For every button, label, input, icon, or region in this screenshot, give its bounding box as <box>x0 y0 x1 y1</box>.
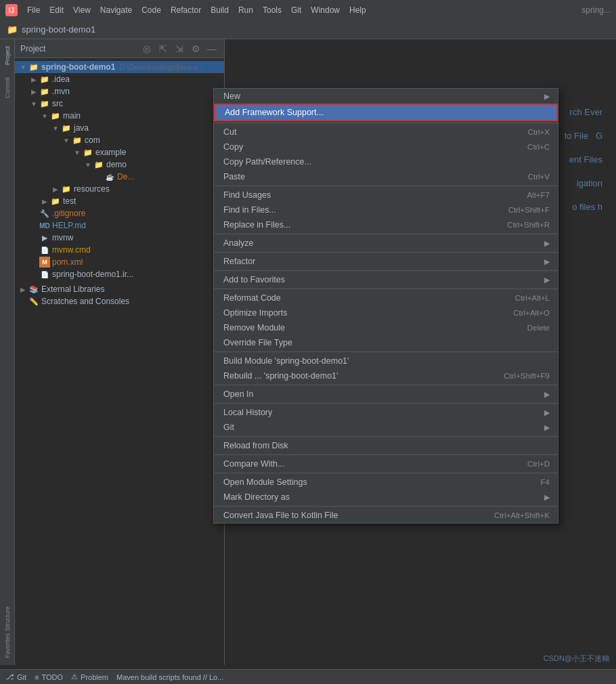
ctx-label: Local History <box>223 408 539 417</box>
ctx-label: Analyze <box>223 238 539 248</box>
ctx-label: Copy <box>223 142 514 152</box>
panel-btn-minimize[interactable]: — <box>205 42 219 56</box>
ctx-item-find-usages[interactable]: Find UsagesAlt+F7 <box>214 188 558 202</box>
panel-btn-settings[interactable]: ⚙ <box>189 42 202 56</box>
ctx-shortcut: Ctrl+C <box>527 143 550 151</box>
tree-item[interactable]: 📄 mvnw.cmd <box>15 244 224 256</box>
menu-item-file[interactable]: File <box>23 4 44 16</box>
tree-item[interactable]: ▼ 📁 example <box>15 146 224 158</box>
menu-item-refactor[interactable]: Refactor <box>167 4 205 16</box>
menu-item-view[interactable]: View <box>69 4 95 16</box>
ctx-item-find-in-files[interactable]: Find in Files...Ctrl+Shift+F <box>214 202 558 217</box>
sidebar-tab-favorites[interactable]: Favorites <box>1 633 14 660</box>
ctx-item-open-in[interactable]: Open In▶ <box>214 387 558 402</box>
item-label: main <box>63 111 81 121</box>
panel-btn-expand[interactable]: ⇲ <box>173 42 186 56</box>
ctx-shortcut: Ctrl+X <box>528 128 550 136</box>
menu-item-build[interactable]: Build <box>206 4 233 16</box>
file-icon: 📄 <box>39 269 50 280</box>
folder-icon: 📁 <box>72 135 83 146</box>
status-problem[interactable]: ⚠ Problem <box>71 672 108 681</box>
ctx-item-mark-directory-as[interactable]: Mark Directory as▶ <box>214 490 558 505</box>
item-label: .idea <box>52 74 70 84</box>
tree-item[interactable]: ▶ 📁 resources <box>15 183 224 195</box>
ctx-item-remove-module[interactable]: Remove ModuleDelete <box>214 320 558 335</box>
item-label: Scratches and Consoles <box>41 297 129 306</box>
folder-icon: 📁 <box>50 196 61 207</box>
ctx-shortcut: Ctrl+Shift+R <box>507 221 550 229</box>
project-panel: Project ◎ ⇱ ⇲ ⚙ — ▼ 📁 spring-boot-demo1 … <box>15 39 225 665</box>
file-icon: 📄 <box>39 244 50 255</box>
panel-btn-target[interactable]: ◎ <box>140 42 154 56</box>
sidebar-tab-structure[interactable]: Structure <box>1 605 14 633</box>
tree-item[interactable]: MD HELP.md <box>15 219 224 232</box>
ctx-item-copy-path[interactable]: Copy Path/Reference... <box>214 154 558 169</box>
panel-btn-collapse[interactable]: ⇱ <box>156 42 170 56</box>
tree-item[interactable]: M pom.xml <box>15 256 224 268</box>
ctx-item-paste[interactable]: PasteCtrl+V <box>214 169 558 184</box>
tree-item[interactable]: ▼ 📁 com <box>15 134 224 146</box>
ctx-item-refactor[interactable]: Refactor▶ <box>214 254 558 269</box>
tree-item[interactable]: ▼ 📁 main <box>15 110 224 122</box>
item-arrow: ▶ <box>28 86 39 97</box>
tree-item[interactable]: 🔧 .gitignore <box>15 207 224 219</box>
sidebar-tab-commit[interactable]: Commit <box>1 74 14 102</box>
ctx-item-rebuild-module[interactable]: Rebuild ... 'spring-boot-demo1'Ctrl+Shif… <box>214 368 558 383</box>
tree-item[interactable]: ▶ 📁 .idea <box>15 73 224 85</box>
context-menu: New▶Add Framework Support...CutCtrl+XCop… <box>213 88 558 523</box>
ctx-label: Override File Type <box>223 338 550 347</box>
ctx-item-analyze[interactable]: Analyze▶ <box>214 236 558 251</box>
tree-item[interactable]: ▼ 📁 java <box>15 122 224 134</box>
item-label: example <box>95 148 126 157</box>
ctx-item-build-module[interactable]: Build Module 'spring-boot-demo1' <box>214 354 558 368</box>
sidebar-tab-project[interactable]: Project <box>1 42 14 69</box>
item-arrow <box>28 208 39 219</box>
tree-item[interactable]: ▶ mvnw <box>15 232 224 244</box>
item-arrow <box>28 257 39 268</box>
ctx-item-convert-java-to-kotlin[interactable]: Convert Java File to Kotlin FileCtrl+Alt… <box>214 508 558 523</box>
ctx-separator <box>214 436 558 437</box>
ctx-item-optimize-imports[interactable]: Optimize ImportsCtrl+Alt+O <box>214 305 558 320</box>
status-todo[interactable]: ≡ TODO <box>35 673 63 681</box>
tree-item[interactable]: ☕ De... <box>15 171 224 183</box>
menu-item-navigate[interactable]: Navigate <box>96 4 136 16</box>
ctx-item-open-module-settings[interactable]: Open Module SettingsF4 <box>214 475 558 490</box>
ctx-item-reload-from-disk[interactable]: Reload from Disk <box>214 438 558 453</box>
ctx-item-cut[interactable]: CutCtrl+X <box>214 125 558 140</box>
ctx-item-new[interactable]: New▶ <box>214 89 558 104</box>
tree-item[interactable]: ▶ 📁 .mvn <box>15 85 224 98</box>
ctx-item-replace-in-files[interactable]: Replace in Files...Ctrl+Shift+R <box>214 217 558 232</box>
menu-item-tools[interactable]: Tools <box>259 4 286 16</box>
tree-item[interactable]: 📄 spring-boot-demo1.ir... <box>15 268 224 280</box>
ctx-item-compare-with[interactable]: Compare With...Ctrl+D <box>214 456 558 471</box>
ctx-arrow-icon: ▶ <box>544 92 550 101</box>
menu-item-run[interactable]: Run <box>234 4 257 16</box>
item-label: .mvn <box>52 87 70 96</box>
tree-item-scratches[interactable]: ✏️ Scratches and Consoles <box>15 295 224 307</box>
folder-icon: 📁 <box>7 24 18 35</box>
menu-item-help[interactable]: Help <box>345 4 370 16</box>
menu-bar[interactable]: FileEditViewNavigateCodeRefactorBuildRun… <box>23 4 370 16</box>
menu-item-git[interactable]: Git <box>287 4 305 16</box>
status-message: Maven build scripts found // Lo... <box>116 673 223 681</box>
menu-item-code[interactable]: Code <box>137 4 165 16</box>
tree-item-external-libs[interactable]: ▶ 📚 External Libraries <box>15 283 224 295</box>
ctx-item-reformat-code[interactable]: Reformat CodeCtrl+Alt+L <box>214 291 558 305</box>
menu-item-window[interactable]: Window <box>307 4 344 16</box>
ctx-item-local-history[interactable]: Local History▶ <box>214 405 558 420</box>
item-label: spring-boot-demo1.ir... <box>52 270 133 279</box>
status-git[interactable]: ⎇ Git <box>5 672 26 681</box>
tree-item[interactable]: ▶ 📁 test <box>15 195 224 207</box>
file-icon: ▶ <box>39 232 50 243</box>
ctx-item-copy[interactable]: CopyCtrl+C <box>214 140 558 154</box>
ctx-item-git[interactable]: Git▶ <box>214 420 558 435</box>
item-arrow: ▼ <box>83 159 93 170</box>
menu-item-edit[interactable]: Edit <box>45 4 68 16</box>
ctx-arrow-icon: ▶ <box>544 276 550 284</box>
tree-item[interactable]: ▼ 📁 src <box>15 98 224 110</box>
ctx-item-add-to-favorites[interactable]: Add to Favorites▶ <box>214 272 558 287</box>
ctx-item-add-framework-support[interactable]: Add Framework Support... <box>214 104 558 121</box>
root-icon: 📁 <box>28 62 39 72</box>
tree-root[interactable]: ▼ 📁 spring-boot-demo1 D:\Downloads\git\j… <box>15 61 224 73</box>
tree-item[interactable]: ▼ 📁 demo <box>15 158 224 171</box>
